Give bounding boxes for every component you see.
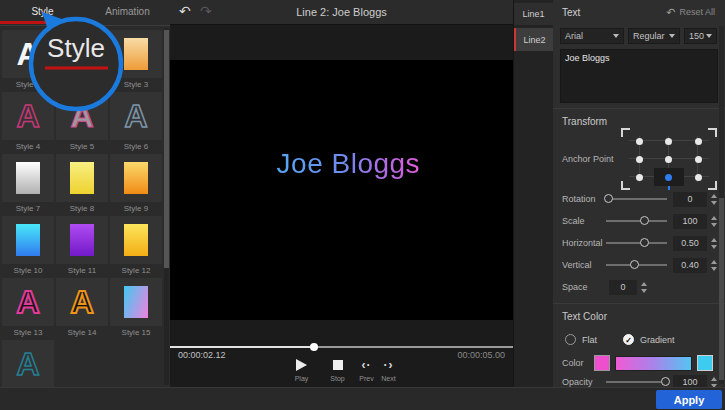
vertical-stepper[interactable] bbox=[711, 260, 717, 271]
gradient-radio[interactable]: ✓ bbox=[623, 334, 634, 345]
anchor-point-grid[interactable] bbox=[625, 132, 713, 186]
style-thumb: A bbox=[110, 92, 162, 140]
anchor-middle-left[interactable] bbox=[625, 150, 654, 168]
gradient-start-swatch[interactable] bbox=[594, 355, 610, 371]
scale-stepper[interactable] bbox=[711, 216, 717, 227]
style-label: Style 2 bbox=[56, 78, 108, 91]
style-item-1[interactable]: A Style 1 bbox=[2, 30, 54, 91]
bracket-icon bbox=[621, 181, 630, 190]
horizontal-knob[interactable] bbox=[640, 238, 649, 247]
prev-button[interactable]: ‹· Prev bbox=[358, 358, 376, 382]
bracket-icon bbox=[708, 181, 717, 190]
anchor-top-center[interactable] bbox=[654, 132, 683, 150]
chevron-down-icon bbox=[706, 34, 712, 38]
reset-all-button[interactable]: ↶ Reset All bbox=[666, 6, 715, 19]
font-family-select[interactable]: Arial bbox=[560, 28, 624, 44]
rotation-value[interactable]: 0 bbox=[673, 192, 707, 207]
tab-animation[interactable]: Animation bbox=[85, 0, 170, 25]
preview-text[interactable]: Joe Bloggs bbox=[277, 148, 421, 180]
style-grid: A Style 1 A Style 2 A Style 3 A Style 4 … bbox=[2, 30, 164, 401]
style-glyph: A bbox=[70, 286, 93, 318]
style-item-4[interactable]: A Style 4 bbox=[2, 92, 54, 153]
style-item-5[interactable]: A Style 5 bbox=[56, 92, 108, 153]
timeline[interactable] bbox=[170, 346, 513, 348]
apply-button[interactable]: Apply bbox=[656, 390, 722, 409]
horizontal-value[interactable]: 0.50 bbox=[673, 236, 707, 251]
space-label: Space bbox=[562, 282, 609, 292]
style-glyph: A bbox=[124, 100, 147, 132]
down-arrow-icon bbox=[711, 267, 717, 271]
video-canvas[interactable]: Joe Bloggs bbox=[170, 60, 513, 320]
vertical-knob[interactable] bbox=[630, 260, 639, 269]
style-glyph: A bbox=[70, 100, 93, 132]
preview-titlebar: ↶ ↷ Line 2: Joe Bloggs bbox=[170, 0, 513, 25]
stop-icon bbox=[333, 360, 343, 370]
right-scrollbar[interactable] bbox=[719, 26, 724, 384]
style-item-6[interactable]: A Style 6 bbox=[110, 92, 162, 153]
space-value[interactable]: 0 bbox=[609, 280, 637, 295]
opacity-stepper[interactable] bbox=[711, 377, 717, 388]
rotation-knob[interactable] bbox=[604, 194, 613, 203]
play-button[interactable]: Play bbox=[289, 358, 315, 382]
stop-button[interactable]: Stop bbox=[325, 358, 351, 382]
rotation-stepper[interactable] bbox=[711, 194, 717, 205]
right-scrollbar-thumb[interactable] bbox=[719, 198, 724, 380]
scale-value[interactable]: 100 bbox=[673, 214, 707, 229]
style-item-15[interactable]: A Style 15 bbox=[110, 278, 162, 339]
style-item-9[interactable]: A Style 9 bbox=[110, 154, 162, 215]
anchor-bottom-center[interactable] bbox=[654, 168, 683, 186]
opacity-slider[interactable] bbox=[606, 381, 667, 383]
anchor-middle-right[interactable] bbox=[684, 150, 713, 168]
style-thumb: A bbox=[2, 154, 54, 202]
anchor-middle-center[interactable] bbox=[654, 150, 683, 168]
style-item-2[interactable]: A Style 2 bbox=[56, 30, 108, 91]
horizontal-slider[interactable] bbox=[606, 242, 667, 244]
gradient-end-swatch[interactable] bbox=[697, 355, 713, 371]
font-size-select[interactable]: 150 bbox=[684, 28, 717, 44]
scale-knob[interactable] bbox=[640, 216, 649, 225]
scale-slider[interactable] bbox=[606, 220, 667, 222]
gradient-preview-bar[interactable] bbox=[615, 356, 692, 371]
style-item-3[interactable]: A Style 3 bbox=[110, 30, 162, 91]
preview-title: Line 2: Joe Bloggs bbox=[170, 0, 513, 25]
style-label: Style 11 bbox=[56, 264, 108, 277]
rotation-slider[interactable] bbox=[606, 198, 667, 200]
rotation-label: Rotation bbox=[562, 194, 606, 204]
text-input[interactable]: Joe Bloggs bbox=[560, 49, 718, 103]
line-item-1[interactable]: Line1 bbox=[514, 3, 553, 25]
text-section-header: Text ↶ Reset All bbox=[553, 0, 725, 24]
style-item-7[interactable]: A Style 7 bbox=[2, 154, 54, 215]
font-weight-select[interactable]: Regular bbox=[628, 28, 680, 44]
space-stepper[interactable] bbox=[641, 282, 647, 293]
horizontal-stepper[interactable] bbox=[711, 238, 717, 249]
text-properties-panel: Text ↶ Reset All Arial Regular 150 Joe B… bbox=[553, 0, 725, 387]
font-size-value: 150 bbox=[689, 31, 704, 41]
play-label: Play bbox=[289, 375, 315, 382]
style-glyph: A bbox=[16, 162, 39, 194]
left-scrollbar-thumb[interactable] bbox=[164, 30, 169, 268]
vertical-slider[interactable] bbox=[606, 264, 667, 266]
line-item-2[interactable]: Line2 bbox=[514, 28, 553, 51]
flat-radio[interactable] bbox=[565, 334, 576, 345]
font-settings-row: Arial Regular 150 bbox=[560, 28, 717, 44]
style-thumb: A bbox=[110, 154, 162, 202]
reset-all-label: Reset All bbox=[679, 7, 715, 17]
style-item-8[interactable]: A Style 8 bbox=[56, 154, 108, 215]
color-label: Color bbox=[562, 358, 594, 368]
style-item-14[interactable]: A Style 14 bbox=[56, 278, 108, 339]
vertical-value[interactable]: 0.40 bbox=[673, 258, 707, 273]
style-label: Style 12 bbox=[110, 264, 162, 277]
next-button[interactable]: ·› Next bbox=[380, 358, 398, 382]
anchor-point-label: Anchor Point bbox=[562, 154, 625, 164]
style-label: Style 8 bbox=[56, 202, 108, 215]
anchor-dot bbox=[636, 138, 643, 145]
left-scrollbar[interactable] bbox=[164, 28, 169, 385]
style-item-13[interactable]: A Style 13 bbox=[2, 278, 54, 339]
next-label: Next bbox=[380, 375, 398, 382]
style-item-10[interactable]: A Style 10 bbox=[2, 216, 54, 277]
style-item-11[interactable]: A Style 11 bbox=[56, 216, 108, 277]
style-item-12[interactable]: A Style 12 bbox=[110, 216, 162, 277]
style-glyph: A bbox=[124, 224, 147, 256]
opacity-knob[interactable] bbox=[661, 377, 670, 386]
down-arrow-icon bbox=[711, 201, 717, 205]
